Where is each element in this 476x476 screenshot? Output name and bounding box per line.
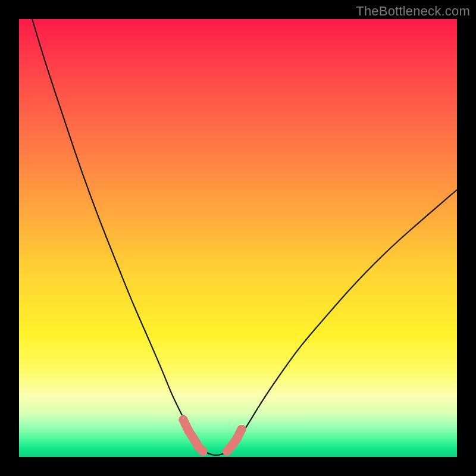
bottleneck-curve	[32, 19, 457, 455]
marker-dot	[227, 441, 236, 450]
curve-layer	[19, 19, 457, 457]
marker-dot	[233, 434, 242, 443]
marker-dot	[199, 447, 208, 456]
marker-dot	[237, 425, 246, 434]
marker-dot	[179, 415, 188, 424]
curve-path	[32, 19, 457, 455]
plot-area	[19, 19, 457, 457]
marker-dot	[190, 435, 199, 444]
chart-frame: TheBottleneck.com	[0, 0, 476, 476]
watermark-text: TheBottleneck.com	[356, 4, 470, 19]
highlight-markers	[179, 415, 246, 456]
marker-dot	[184, 426, 193, 435]
